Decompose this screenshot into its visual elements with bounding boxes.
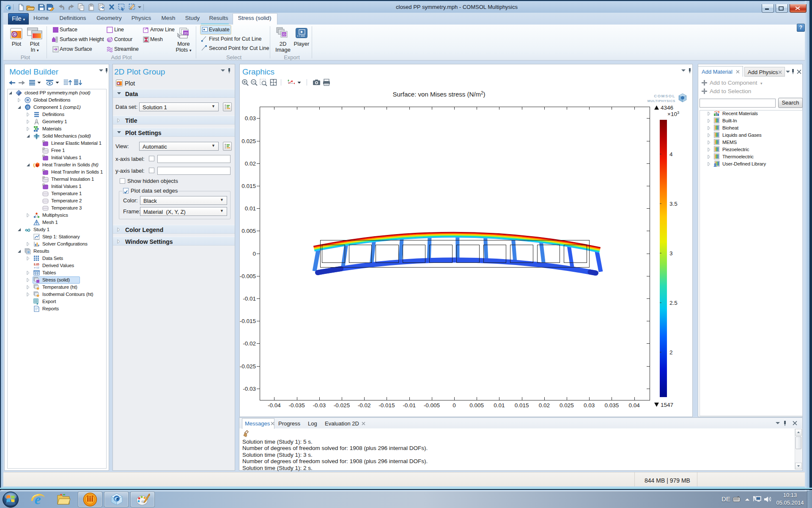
svg-text:-0.015: -0.015 bbox=[240, 318, 256, 324]
svg-text:D: D bbox=[43, 184, 44, 186]
svg-text:D: D bbox=[43, 169, 44, 171]
svg-text:2.5: 2.5 bbox=[669, 300, 678, 306]
svg-text:0.02: 0.02 bbox=[539, 402, 550, 409]
svg-text:-0.03: -0.03 bbox=[243, 386, 256, 392]
svg-text:0.005: 0.005 bbox=[469, 402, 484, 409]
svg-text:3: 3 bbox=[669, 250, 673, 257]
svg-text:0.01: 0.01 bbox=[494, 402, 505, 409]
svg-text:-0.04: -0.04 bbox=[268, 402, 281, 409]
svg-text:8.85: 8.85 bbox=[34, 263, 39, 266]
svg-text:-0.025: -0.025 bbox=[334, 402, 350, 409]
svg-text:2: 2 bbox=[669, 349, 673, 356]
svg-text:3.5: 3.5 bbox=[669, 201, 678, 207]
svg-text:0.035: 0.035 bbox=[605, 402, 619, 409]
svg-text:D: D bbox=[43, 177, 44, 179]
svg-text:4346: 4346 bbox=[661, 105, 673, 111]
svg-text:-0.005: -0.005 bbox=[240, 273, 256, 279]
svg-text:0: 0 bbox=[252, 251, 256, 257]
svg-text:D: D bbox=[43, 141, 44, 143]
svg-text:e: e bbox=[34, 491, 41, 507]
svg-text:0: 0 bbox=[453, 402, 456, 409]
svg-text:-0.03: -0.03 bbox=[313, 402, 326, 409]
svg-text:0.015: 0.015 bbox=[241, 183, 256, 189]
svg-text:D: D bbox=[43, 148, 44, 150]
svg-text:Ω: Ω bbox=[26, 105, 29, 109]
svg-text:0.025: 0.025 bbox=[241, 138, 256, 144]
svg-text:D: D bbox=[43, 155, 44, 157]
svg-text:COMSOL: COMSOL bbox=[654, 94, 675, 98]
svg-text:-0.01: -0.01 bbox=[243, 295, 256, 302]
svg-text:Surface: von Mises stress (N/m: Surface: von Mises stress (N/m2) bbox=[393, 91, 486, 98]
svg-text:-0.035: -0.035 bbox=[288, 402, 304, 409]
svg-text:-0.01: -0.01 bbox=[403, 402, 416, 409]
svg-text:0.01: 0.01 bbox=[245, 205, 256, 212]
svg-text:4: 4 bbox=[669, 151, 673, 157]
svg-text:MULTIPHYSICS: MULTIPHYSICS bbox=[647, 99, 675, 103]
svg-text:-0.025: -0.025 bbox=[240, 363, 256, 370]
svg-text:-0.02: -0.02 bbox=[243, 340, 256, 347]
svg-text:1547: 1547 bbox=[661, 402, 673, 408]
svg-text:0.03: 0.03 bbox=[245, 115, 256, 121]
svg-text:0.02: 0.02 bbox=[245, 160, 256, 167]
svg-text:0.025: 0.025 bbox=[560, 402, 574, 409]
svg-text:-0.02: -0.02 bbox=[358, 402, 371, 409]
svg-text:0.005: 0.005 bbox=[241, 228, 256, 234]
svg-text:0.04: 0.04 bbox=[628, 402, 640, 409]
svg-text:-0.015: -0.015 bbox=[379, 402, 395, 409]
svg-text:2D: 2D bbox=[282, 33, 286, 36]
svg-text:0.03: 0.03 bbox=[584, 402, 595, 409]
svg-text:-0.005: -0.005 bbox=[424, 402, 440, 409]
svg-text:0.015: 0.015 bbox=[515, 402, 529, 409]
svg-text:×103: ×103 bbox=[667, 110, 679, 117]
svg-text:2D: 2D bbox=[184, 31, 188, 35]
svg-text:e-12: e-12 bbox=[34, 266, 40, 269]
